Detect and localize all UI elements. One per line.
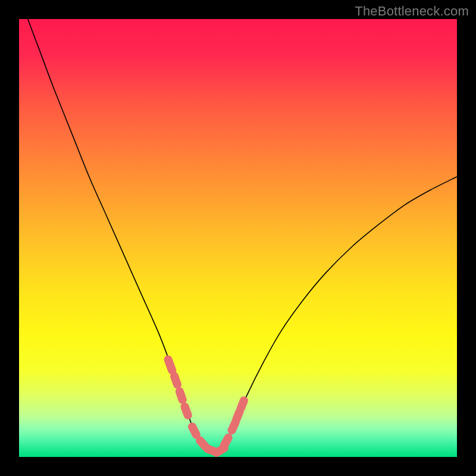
svg-line-9 bbox=[224, 438, 228, 446]
svg-line-1 bbox=[168, 359, 173, 370]
svg-line-5 bbox=[192, 427, 196, 434]
svg-line-10 bbox=[232, 422, 236, 431]
watermark-label: TheBottleneck.com bbox=[355, 4, 469, 19]
svg-line-11 bbox=[236, 411, 240, 419]
chart-svg bbox=[19, 19, 457, 457]
svg-line-2 bbox=[174, 376, 177, 384]
svg-line-3 bbox=[180, 392, 183, 400]
chart-canvas bbox=[19, 19, 457, 457]
svg-rect-0 bbox=[19, 19, 457, 457]
svg-line-4 bbox=[185, 407, 188, 415]
svg-line-12 bbox=[241, 400, 244, 408]
